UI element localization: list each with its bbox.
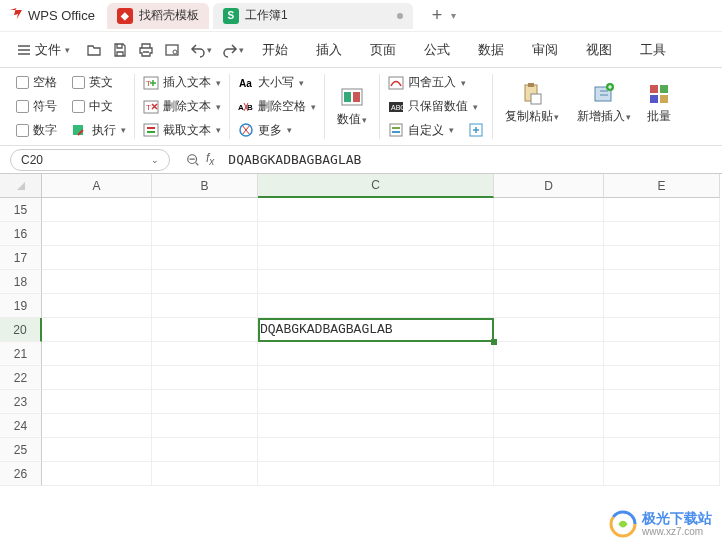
label-execute[interactable]: 执行: [92, 122, 116, 139]
wps-logo-icon: [8, 8, 24, 24]
tab-page[interactable]: 页面: [370, 41, 396, 59]
tab-formula[interactable]: 公式: [424, 41, 450, 59]
extract-text-icon: [143, 122, 159, 138]
file-menu-button[interactable]: 文件 ▾: [8, 37, 78, 63]
file-menu-label: 文件: [35, 41, 61, 59]
insert-text-icon: T: [143, 75, 159, 91]
more-icon: [238, 122, 254, 138]
delete-space-button[interactable]: AB删除空格▾: [238, 98, 316, 116]
titlebar: WPS Office ◆ 找稻壳模板 S 工作簿1 + ▾: [0, 0, 722, 32]
insert-new-button[interactable]: 新增插入▾: [573, 80, 635, 127]
more-button[interactable]: 更多▾: [238, 121, 316, 139]
row-header[interactable]: 22: [0, 366, 42, 390]
fill-handle[interactable]: [491, 339, 497, 345]
save-icon[interactable]: [112, 42, 128, 58]
round-button[interactable]: 四舍五入▾: [388, 74, 485, 92]
row-header[interactable]: 15: [0, 198, 42, 222]
custom-label: 自定义: [408, 122, 444, 139]
row-header-active[interactable]: 20: [0, 318, 42, 342]
checkbox-chinese[interactable]: [72, 100, 85, 113]
row-header[interactable]: 21: [0, 342, 42, 366]
row-header[interactable]: 25: [0, 438, 42, 462]
round-label: 四舍五入: [408, 74, 456, 91]
formula-input[interactable]: DQABGKADBAGBAGLAB: [224, 150, 722, 169]
extract-text-label: 截取文本: [163, 122, 211, 139]
redo-dropdown-icon[interactable]: ▾: [239, 45, 244, 55]
ribbon-group-text-ops: T插入文本▾ T删除文本▾ 截取文本▾: [135, 74, 230, 139]
preview-icon[interactable]: [164, 42, 180, 58]
round-icon: [388, 75, 404, 91]
checkbox-number[interactable]: [16, 124, 29, 137]
row-header[interactable]: 24: [0, 414, 42, 438]
svg-text:A: A: [238, 103, 244, 112]
grid-body[interactable]: DQABGKADBAGBAGLAB: [42, 198, 720, 486]
add-custom-icon[interactable]: [468, 122, 484, 138]
case-label: 大小写: [258, 74, 294, 91]
row-header[interactable]: 23: [0, 390, 42, 414]
formula-bar: C20 ⌄ fx DQABGKADBAGBAGLAB: [0, 146, 722, 174]
keep-number-label: 只保留数值: [408, 98, 468, 115]
open-icon[interactable]: [86, 42, 102, 58]
ribbon: 空格 英文 符号 中文 数字 执行▾ T插入文本▾ T删除文本▾ 截取文本▾ A…: [0, 68, 722, 146]
app-name-label: WPS Office: [28, 8, 95, 23]
keep-number-button[interactable]: ABC只保留数值▾: [388, 98, 485, 116]
row-header[interactable]: 19: [0, 294, 42, 318]
cell-c20[interactable]: DQABGKADBAGBAGLAB: [258, 318, 494, 342]
undo-icon[interactable]: [190, 42, 206, 58]
spreadsheet-icon: S: [223, 8, 239, 24]
svg-rect-15: [344, 92, 351, 102]
insert-text-button[interactable]: T插入文本▾: [143, 74, 221, 92]
ribbon-group-number: 四舍五入▾ ABC只保留数值▾ 自定义▾: [380, 74, 494, 139]
row-header[interactable]: 17: [0, 246, 42, 270]
label-english: 英文: [89, 74, 113, 91]
row-headers: 15 16 17 18 19 20 21 22 23 24 25 26: [0, 198, 42, 486]
batch-button[interactable]: 批量: [645, 80, 673, 127]
redo-icon[interactable]: [222, 42, 238, 58]
fx-icon[interactable]: fx: [206, 151, 214, 167]
chevron-down-icon: ▾: [65, 45, 70, 55]
new-tab-dropdown-icon[interactable]: ▾: [451, 10, 456, 21]
tab-review[interactable]: 审阅: [532, 41, 558, 59]
select-all-corner[interactable]: [0, 174, 42, 198]
watermark: 极光下载站 www.xz7.com: [608, 509, 712, 539]
checkbox-symbol[interactable]: [16, 100, 29, 113]
row-header[interactable]: 18: [0, 270, 42, 294]
insert-new-icon: [592, 82, 616, 106]
tab-insert[interactable]: 插入: [316, 41, 342, 59]
col-header-e[interactable]: E: [604, 174, 720, 198]
tab-template[interactable]: ◆ 找稻壳模板: [107, 3, 209, 29]
row-header[interactable]: 26: [0, 462, 42, 486]
col-header-a[interactable]: A: [42, 174, 152, 198]
svg-rect-9: [147, 131, 155, 133]
copy-paste-button[interactable]: 复制粘贴▾: [501, 80, 563, 127]
new-tab-button[interactable]: +: [425, 4, 449, 28]
undo-dropdown-icon[interactable]: ▾: [207, 45, 212, 55]
tab-data[interactable]: 数据: [478, 41, 504, 59]
checkbox-english[interactable]: [72, 76, 85, 89]
tab-modified-dot-icon: [397, 13, 403, 19]
col-header-c[interactable]: C: [258, 174, 494, 198]
label-chinese: 中文: [89, 98, 113, 115]
tab-tools[interactable]: 工具: [640, 41, 666, 59]
custom-button[interactable]: 自定义▾: [388, 121, 485, 139]
svg-rect-21: [392, 127, 400, 129]
col-header-d[interactable]: D: [494, 174, 604, 198]
tab-workbook[interactable]: S 工作簿1: [213, 3, 413, 29]
case-button[interactable]: Aa大小写▾: [238, 74, 316, 92]
extract-text-button[interactable]: 截取文本▾: [143, 121, 221, 139]
name-box[interactable]: C20 ⌄: [10, 149, 170, 171]
execute-icon: [72, 122, 88, 138]
checkbox-space[interactable]: [16, 76, 29, 89]
row-header[interactable]: 16: [0, 222, 42, 246]
ribbon-group-checkboxes: 空格 英文 符号 中文 数字 执行▾: [8, 74, 135, 139]
batch-label: 批量: [647, 108, 671, 125]
name-box-dropdown-icon[interactable]: ⌄: [151, 155, 159, 165]
zoom-out-icon[interactable]: [186, 153, 200, 167]
tab-start[interactable]: 开始: [262, 41, 288, 59]
tab-workbook-label: 工作簿1: [245, 7, 288, 24]
print-icon[interactable]: [138, 42, 154, 58]
value-button[interactable]: 数值▾: [333, 83, 371, 130]
delete-text-button[interactable]: T删除文本▾: [143, 98, 221, 116]
col-header-b[interactable]: B: [152, 174, 258, 198]
tab-view[interactable]: 视图: [586, 41, 612, 59]
